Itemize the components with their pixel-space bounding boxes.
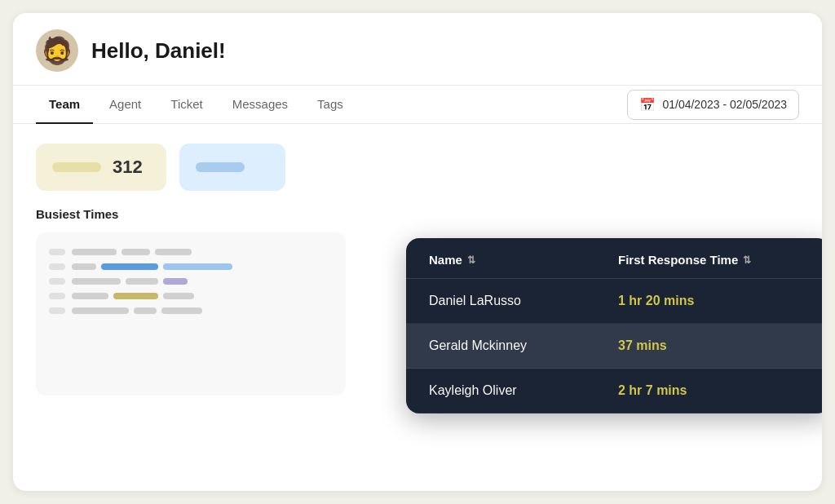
time-sort-icon[interactable]: ⇅ bbox=[743, 254, 751, 266]
table-row-2[interactable]: Kayleigh Oliver 2 hr 7 mins bbox=[406, 369, 822, 413]
chart-bar-4a bbox=[72, 293, 108, 299]
chart-row-4 bbox=[49, 293, 333, 299]
col-name-label: Name bbox=[429, 253, 462, 267]
chart-row-1 bbox=[49, 249, 333, 255]
chart-row-2 bbox=[49, 263, 333, 270]
col-time-header[interactable]: First Response Time ⇅ bbox=[618, 253, 807, 267]
col-time-label: First Response Time bbox=[618, 253, 738, 267]
chart-bar-container-3 bbox=[72, 278, 333, 285]
row-name-0: Daniel LaRusso bbox=[429, 294, 618, 308]
chart-bar-container-1 bbox=[72, 249, 333, 255]
tab-team[interactable]: Team bbox=[36, 86, 93, 124]
stat-cards: 312 bbox=[36, 144, 799, 191]
busiest-times-title: Busiest Times bbox=[36, 207, 799, 221]
row-name-2: Kayleigh Oliver bbox=[429, 383, 618, 398]
date-range-text: 01/04/2023 - 02/05/2023 bbox=[662, 98, 787, 111]
col-name-header[interactable]: Name ⇅ bbox=[429, 253, 618, 267]
chart-row-3 bbox=[49, 278, 333, 285]
dropdown-table: Name ⇅ First Response Time ⇅ Daniel LaRu… bbox=[406, 238, 822, 413]
chart-bar-2a bbox=[72, 263, 96, 270]
row-time-0: 1 hr 20 mins bbox=[618, 294, 807, 308]
chart-bar-2b bbox=[101, 263, 158, 270]
chart-bar-5a bbox=[72, 307, 129, 314]
stat-card-bar-blue bbox=[196, 162, 245, 172]
chart-bar-1b bbox=[121, 249, 150, 255]
stat-number: 312 bbox=[113, 157, 143, 178]
chart-bar-2c bbox=[163, 263, 232, 270]
chart-label-2 bbox=[49, 263, 65, 270]
chart-label-4 bbox=[49, 293, 65, 299]
greeting-text: Hello, Daniel! bbox=[91, 38, 226, 64]
calendar-icon: 📅 bbox=[639, 97, 656, 113]
chart-bar-1c bbox=[155, 249, 192, 255]
chart-bar-5c bbox=[161, 307, 202, 314]
chart-bar-container-5 bbox=[72, 307, 333, 314]
tab-messages[interactable]: Messages bbox=[219, 86, 301, 124]
tab-ticket[interactable]: Ticket bbox=[157, 86, 215, 124]
chart-area bbox=[36, 232, 346, 396]
name-sort-icon[interactable]: ⇅ bbox=[467, 254, 475, 266]
table-row-1[interactable]: Gerald Mckinney 37 mins bbox=[406, 324, 822, 369]
chart-bar-4c bbox=[163, 293, 194, 299]
chart-bar-3c bbox=[163, 278, 188, 285]
chart-label-1 bbox=[49, 249, 65, 255]
nav-bar: Team Agent Ticket Messages Tags 📅 01/04/… bbox=[13, 86, 822, 124]
stat-card-secondary bbox=[179, 144, 285, 191]
chart-bar-container-4 bbox=[72, 293, 333, 299]
chart-bar-container-2 bbox=[72, 263, 333, 270]
main-card: 🧔 Hello, Daniel! Team Agent Ticket Messa… bbox=[13, 13, 822, 491]
chart-bar-3a bbox=[72, 278, 121, 285]
chart-row-5 bbox=[49, 307, 333, 314]
chart-bar-4b bbox=[113, 293, 158, 299]
stat-card-bar-yellow bbox=[52, 162, 101, 172]
nav-tabs: Team Agent Ticket Messages Tags bbox=[36, 86, 356, 123]
table-header-row: Name ⇅ First Response Time ⇅ bbox=[406, 238, 822, 279]
header: 🧔 Hello, Daniel! bbox=[13, 13, 822, 86]
chart-bar-3b bbox=[126, 278, 158, 285]
row-time-1: 37 mins bbox=[618, 338, 807, 353]
chart-bar-1a bbox=[72, 249, 117, 255]
chart-label-3 bbox=[49, 278, 65, 285]
avatar: 🧔 bbox=[36, 29, 78, 72]
chart-rows bbox=[49, 249, 333, 314]
stat-card-total: 312 bbox=[36, 144, 166, 191]
row-name-1: Gerald Mckinney bbox=[429, 338, 618, 353]
avatar-emoji: 🧔 bbox=[41, 38, 73, 64]
date-range-picker[interactable]: 📅 01/04/2023 - 02/05/2023 bbox=[627, 90, 799, 120]
content-area: 312 Busiest Times bbox=[13, 124, 822, 415]
chart-bar-5b bbox=[134, 307, 157, 314]
row-time-2: 2 hr 7 mins bbox=[618, 383, 807, 398]
tab-agent[interactable]: Agent bbox=[96, 86, 154, 124]
table-row-0[interactable]: Daniel LaRusso 1 hr 20 mins bbox=[406, 279, 822, 324]
tab-tags[interactable]: Tags bbox=[304, 86, 356, 124]
chart-label-5 bbox=[49, 307, 65, 314]
